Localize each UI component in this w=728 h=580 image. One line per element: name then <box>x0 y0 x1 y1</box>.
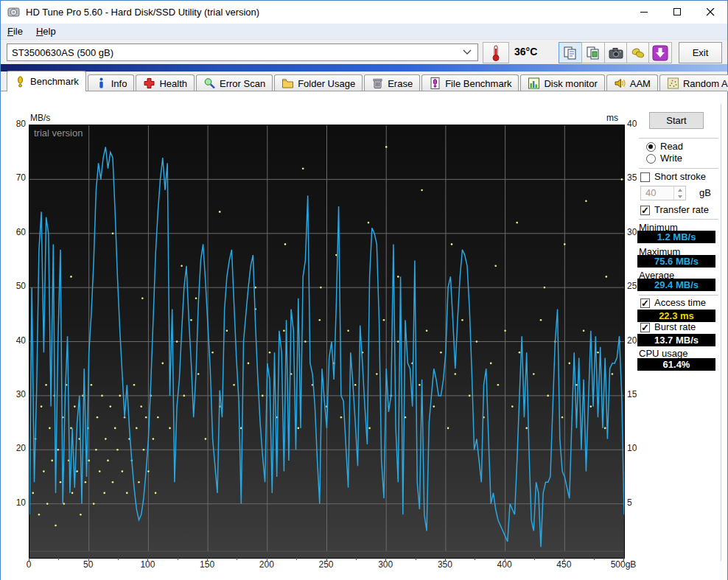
tab-random-access[interactable]: Random Access <box>659 74 728 91</box>
down-arrow-icon <box>652 45 668 61</box>
separator <box>639 138 718 139</box>
tab-aam[interactable]: AAM <box>606 74 658 91</box>
maximize-icon <box>673 8 682 16</box>
x-tickmark <box>58 558 59 560</box>
screenshot-button[interactable] <box>604 42 628 63</box>
separator <box>639 295 718 296</box>
magnifier-icon <box>203 77 216 89</box>
stepper-up-icon[interactable] <box>674 186 685 193</box>
menu-bar: File Help <box>1 24 727 40</box>
copy-image-button[interactable] <box>581 42 605 63</box>
access-time-checkbox[interactable] <box>640 298 650 308</box>
x-tickmark <box>267 558 267 562</box>
stepper-down-icon[interactable] <box>674 193 685 200</box>
drive-selector-value: ST3500630AS (500 gB) <box>12 47 463 58</box>
hands-button[interactable] <box>626 42 650 63</box>
burst-rate-checkbox[interactable] <box>640 323 650 332</box>
tab-disk-monitor[interactable]: Disk monitor <box>520 74 604 91</box>
minimize-icon <box>640 8 648 16</box>
y-right-tick-15: 15 <box>627 389 646 399</box>
short-stroke-unit: gB <box>699 187 711 198</box>
short-stroke-label: Short stroke <box>654 171 706 182</box>
app-window: HD Tune Pro 5.60 - Hard Disk/SSD Utility… <box>0 0 728 580</box>
menu-file[interactable]: File <box>1 24 29 38</box>
drive-selector[interactable]: ST3500630AS (500 gB) <box>7 43 478 61</box>
x-tickmark <box>385 558 386 562</box>
y-left-tick-20: 20 <box>8 443 26 453</box>
average-value: 29.4 MB/s <box>637 279 715 291</box>
tab-file-benchmark[interactable]: File Benchmark <box>421 74 519 91</box>
start-button[interactable]: Start <box>649 112 704 129</box>
file-benchmark-icon <box>429 77 441 89</box>
close-button[interactable] <box>694 1 727 24</box>
minimize-button[interactable] <box>628 1 661 24</box>
close-icon <box>707 8 715 16</box>
x-axis-band <box>29 551 624 558</box>
maximize-button[interactable] <box>661 1 694 24</box>
scatter-icon <box>667 77 679 89</box>
tab-info[interactable]: Info <box>88 74 135 91</box>
info-icon <box>95 77 108 89</box>
y-left-tick-60: 60 <box>8 227 26 237</box>
y-left-tick-50: 50 <box>8 281 26 291</box>
write-label: Write <box>660 153 682 164</box>
menu-help[interactable]: Help <box>29 24 63 38</box>
health-icon <box>143 77 155 89</box>
y-right-tick-5: 5 <box>627 497 646 508</box>
x-tickmark <box>564 558 564 562</box>
short-stroke-stepper[interactable]: 40 <box>640 186 686 200</box>
temperature-button[interactable] <box>483 42 509 63</box>
tab-health[interactable]: Health <box>136 74 195 91</box>
folder-icon <box>281 77 294 89</box>
window-title: HD Tune Pro 5.60 - Hard Disk/SSD Utility… <box>26 7 259 18</box>
x-tickmark <box>356 558 357 560</box>
x-tickmark <box>88 558 89 562</box>
copy-text-icon <box>563 46 578 60</box>
burst-rate-value: 13.7 MB/s <box>637 334 715 346</box>
tab-folder-usage[interactable]: Folder Usage <box>274 74 363 91</box>
right-axis-unit: ms <box>606 113 618 123</box>
maximum-value: 75.6 MB/s <box>637 255 715 268</box>
y-right-tick-40: 40 <box>627 119 646 129</box>
burst-rate-label: Burst rate <box>654 321 696 332</box>
x-tickmark <box>326 558 327 562</box>
trash-icon <box>371 77 384 89</box>
access-time-label: Access time <box>654 297 706 308</box>
save-results-button[interactable] <box>648 42 672 63</box>
transfer-rate-checkbox[interactable] <box>640 206 650 215</box>
tab-benchmark[interactable]: Benchmark <box>7 71 86 91</box>
accent-strip <box>1 64 727 71</box>
x-tickmark <box>475 558 475 560</box>
tab-bar: Benchmark Info Health Error Scan Folder … <box>1 71 727 91</box>
x-tickmark <box>29 558 29 562</box>
cpu-usage-value: 61.4% <box>637 358 715 371</box>
y-left-tick-10: 10 <box>8 497 26 508</box>
minimum-value: 1.2 MB/s <box>637 231 715 243</box>
chevron-down-icon <box>463 49 472 55</box>
y-left-tick-40: 40 <box>8 335 26 346</box>
toolbar: ST3500630AS (500 gB) 36°C <box>1 40 727 64</box>
benchmark-plot: trial version <box>29 125 625 559</box>
write-radio[interactable] <box>646 154 656 164</box>
y-right-tick-10: 10 <box>627 443 646 453</box>
temperature-value: 36°C <box>514 46 537 57</box>
cpu-usage-label: CPU usage <box>639 348 687 359</box>
left-axis-unit: MB/s <box>30 113 50 123</box>
trial-watermark: trial version <box>34 127 83 139</box>
bar-chart-icon <box>528 77 540 89</box>
app-icon <box>7 6 20 18</box>
separator <box>639 219 718 220</box>
x-tickmark <box>445 558 446 562</box>
short-stroke-value: 40 <box>641 186 673 200</box>
read-radio[interactable] <box>646 142 656 152</box>
copy-text-button[interactable] <box>559 42 582 63</box>
x-tickmark <box>237 558 237 560</box>
x-tickmark <box>147 558 148 562</box>
tab-erase[interactable]: Erase <box>364 74 420 91</box>
tab-error-scan[interactable]: Error Scan <box>196 74 273 91</box>
x-tickmark <box>296 558 297 560</box>
short-stroke-checkbox[interactable] <box>640 172 650 182</box>
exit-button[interactable]: Exit <box>679 42 722 63</box>
plot-canvas <box>29 125 624 558</box>
hands-icon <box>631 46 645 60</box>
